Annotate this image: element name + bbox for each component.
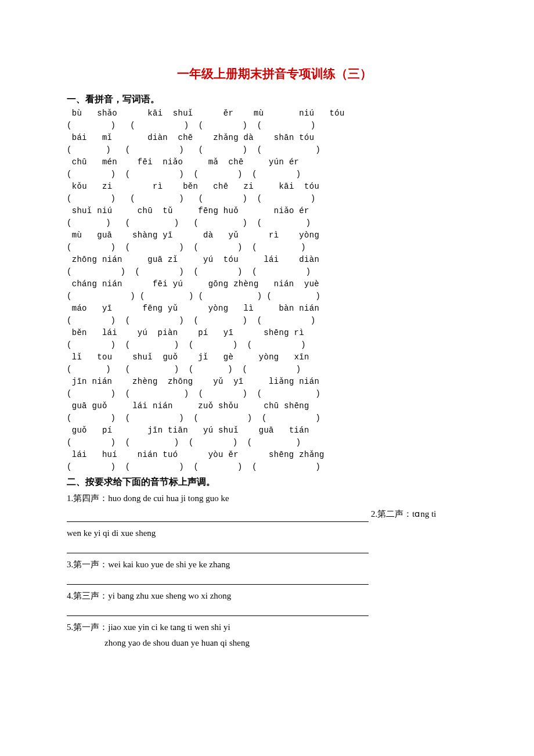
pinyin-row: lǐ tou shuǐ guǒ jǐ gè yòng xīn <box>67 351 482 363</box>
q3-answer-line[interactable] <box>67 574 369 585</box>
answer-row[interactable]: ( ) ( ) ( ) ( ) <box>67 461 482 473</box>
answer-row[interactable]: ( ) ( ) ( ) ( ) <box>67 315 482 327</box>
answer-row[interactable]: ( ) ( ) ( ) ( ) <box>67 144 482 156</box>
q1-text: 1.第四声：huo dong de cui hua ji tong guo ke <box>67 491 482 506</box>
pinyin-row: bù shǎo kāi shuǐ ěr mù niú tóu <box>67 107 482 120</box>
pinyin-row: máo yī fēng yǔ yòng lì bàn nián <box>67 303 482 315</box>
q5-line1: 5.第一声：jiao xue yin ci ke tang ti wen shi… <box>67 620 482 635</box>
answer-row[interactable]: ( ) ( ) ( ) ( ) <box>67 217 482 229</box>
answer-row[interactable]: ( ) ( ) ( ) ( ) <box>67 412 482 424</box>
pinyin-row: lái huí nián tuó yòu ěr shēng zhǎng <box>67 449 482 461</box>
pinyin-row: chū mén fēi niǎo mǎ chē yún ér <box>67 156 482 168</box>
answer-row[interactable]: ( ) ( ) ( ) ( ) <box>67 266 482 278</box>
answer-row[interactable]: ( ) ( ) ( ) ( ) <box>67 193 482 205</box>
pinyin-row: bái mǐ diàn chē zhǎng dà shān tóu <box>67 132 482 144</box>
section2-heading: 二、按要求给下面的音节标上声调。 <box>67 474 482 489</box>
q3-text: 3.第一声：wei kai kuo yue de shi ye ke zhang <box>67 557 482 573</box>
pinyin-row: guā guǒ lái nián zuǒ shǒu chū shēng <box>67 400 482 412</box>
answer-row[interactable]: ( ) ( ) ( ) ( ) <box>67 168 482 181</box>
pinyin-row: cháng nián fēi yú gōng zhèng nián yuè <box>67 278 482 290</box>
answer-row[interactable]: ( ) ( ) ( ) ( ) <box>67 388 482 400</box>
pinyin-row: mù guā shàng yī dà yǔ rì yòng <box>67 229 482 242</box>
q5-line2: zhong yao de shou duan ye huan qi sheng <box>104 635 482 651</box>
q2-answer-line[interactable] <box>67 542 369 553</box>
q4-answer-line[interactable] <box>67 605 369 616</box>
pinyin-row: běn lái yú piàn pí yī shēng rì <box>67 327 482 339</box>
answer-row[interactable]: ( ) ( ) ( ) ( ) <box>67 437 482 449</box>
section1-content: bù shǎo kāi shuǐ ěr mù niú tóu( ) ( ) ( … <box>67 107 482 473</box>
answer-row[interactable]: ( ) ( ) ( ) ( ) <box>67 339 482 351</box>
q1-answer-line[interactable] <box>67 511 369 522</box>
answer-row[interactable]: ( ) ( ) ( ) ( ) <box>67 120 482 132</box>
q4-text: 4.第三声：yi bang zhu xue sheng wo xi zhong <box>67 588 482 604</box>
pinyin-row: shuǐ niú chū tǔ fēng huǒ niǎo ér <box>67 205 482 217</box>
page-title: 一年级上册期末拼音专项训练（三） <box>67 64 482 84</box>
q2-line2: wen ke yi qi di xue sheng <box>67 525 482 541</box>
pinyin-row: jīn nián zhèng zhōng yǔ yī liǎng nián <box>67 376 482 388</box>
section1-heading: 一、看拼音，写词语。 <box>67 92 482 107</box>
pinyin-row: guǒ pí jīn tiān yú shuǐ guā tián <box>67 424 482 437</box>
pinyin-row: kǒu zi rì běn chē zi kāi tóu <box>67 181 482 193</box>
pinyin-row: zhōng nián guā zǐ yú tóu lái diàn <box>67 254 482 266</box>
answer-row[interactable]: ( ) ( ) ( ) ( ) <box>67 290 482 303</box>
answer-row[interactable]: ( ) ( ) ( ) ( ) <box>67 363 482 376</box>
q2-text: 2.第二声：tɑng ti <box>371 506 436 522</box>
answer-row[interactable]: ( ) ( ) ( ) ( ) <box>67 242 482 254</box>
